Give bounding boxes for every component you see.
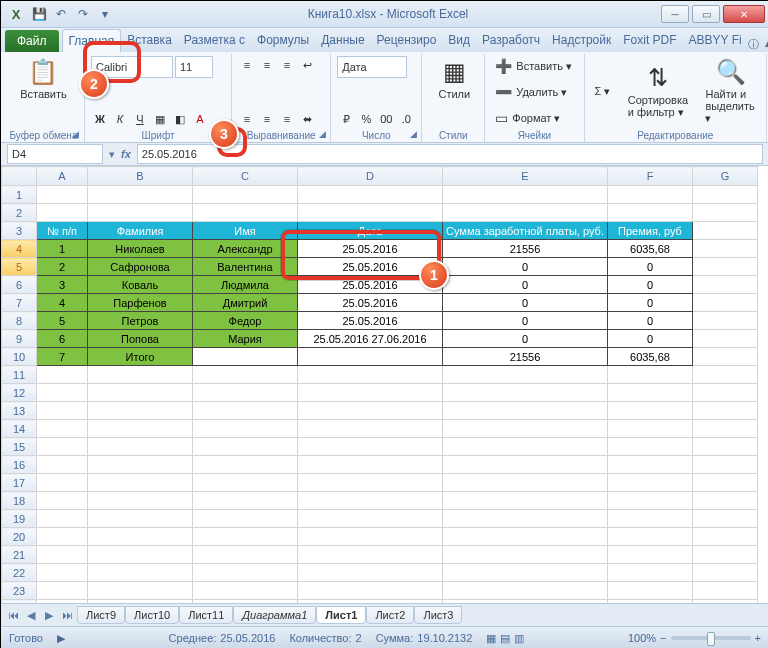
cell[interactable] <box>298 186 443 204</box>
cell[interactable] <box>693 276 758 294</box>
data-cell[interactable]: 5 <box>37 312 88 330</box>
ribbon-tab-3[interactable]: Формулы <box>251 29 315 52</box>
data-cell[interactable] <box>193 348 298 366</box>
cell[interactable] <box>193 456 298 474</box>
cell[interactable] <box>88 204 193 222</box>
cell[interactable] <box>193 366 298 384</box>
cell[interactable] <box>693 312 758 330</box>
align-mid-icon[interactable]: ≡ <box>258 56 276 74</box>
cell[interactable] <box>443 600 608 604</box>
cell[interactable] <box>88 186 193 204</box>
wrap-icon[interactable]: ↩ <box>298 56 316 74</box>
number-format-select[interactable]: Дата <box>337 56 407 78</box>
cell[interactable] <box>298 438 443 456</box>
align-center-icon[interactable]: ≡ <box>258 110 276 128</box>
qat-more-icon[interactable]: ▾ <box>95 4 115 24</box>
cell[interactable] <box>193 186 298 204</box>
styles-button[interactable]: ▦Стили <box>428 56 480 102</box>
worksheet-area[interactable]: ABCDEFG123№ п/пФамилияИмяДатаСумма зараб… <box>1 166 768 603</box>
cell[interactable] <box>298 582 443 600</box>
ribbon-tab-10[interactable]: ABBYY Fi <box>683 29 748 52</box>
cell[interactable] <box>443 438 608 456</box>
data-cell[interactable]: 0 <box>608 294 693 312</box>
row-header[interactable]: 22 <box>2 564 37 582</box>
col-header[interactable]: E <box>443 167 608 186</box>
excel-icon[interactable]: X <box>5 3 27 25</box>
cell[interactable] <box>88 420 193 438</box>
cell[interactable] <box>443 474 608 492</box>
row-header[interactable]: 12 <box>2 384 37 402</box>
undo-icon[interactable]: ↶ <box>51 4 71 24</box>
cell[interactable] <box>193 600 298 604</box>
cell[interactable] <box>693 258 758 276</box>
cell[interactable] <box>37 366 88 384</box>
find-select-button[interactable]: 🔍Найти и выделить ▾ <box>701 56 760 127</box>
cell[interactable] <box>693 330 758 348</box>
cell[interactable] <box>193 402 298 420</box>
cell[interactable] <box>37 186 88 204</box>
row-header[interactable]: 19 <box>2 510 37 528</box>
data-cell[interactable]: 3 <box>37 276 88 294</box>
inc-decimal-icon[interactable]: .0 <box>397 110 415 128</box>
cell[interactable] <box>37 384 88 402</box>
data-cell[interactable]: 25.05.2016 <box>298 312 443 330</box>
data-cell[interactable]: Мария <box>193 330 298 348</box>
italic-button[interactable]: К <box>111 110 129 128</box>
align-top-icon[interactable]: ≡ <box>238 56 256 74</box>
row-header[interactable]: 17 <box>2 474 37 492</box>
cell[interactable] <box>443 456 608 474</box>
data-cell[interactable]: 0 <box>443 258 608 276</box>
row-header[interactable]: 24 <box>2 600 37 604</box>
cell[interactable] <box>298 420 443 438</box>
data-cell[interactable]: Николаев <box>88 240 193 258</box>
clipboard-dialog-launcher[interactable]: ◢ <box>70 128 82 140</box>
data-cell[interactable]: 21556 <box>443 240 608 258</box>
cell[interactable] <box>298 456 443 474</box>
cell[interactable] <box>693 294 758 312</box>
cell[interactable] <box>693 240 758 258</box>
data-cell[interactable]: Парфенов <box>88 294 193 312</box>
cell[interactable] <box>693 474 758 492</box>
cell[interactable] <box>193 528 298 546</box>
col-header[interactable]: C <box>193 167 298 186</box>
close-button[interactable]: ✕ <box>723 5 765 23</box>
header-cell[interactable]: Премия, руб <box>608 222 693 240</box>
row-header[interactable]: 7 <box>2 294 37 312</box>
cell[interactable] <box>193 204 298 222</box>
cell[interactable] <box>693 222 758 240</box>
maximize-button[interactable]: ▭ <box>692 5 720 23</box>
row-header[interactable]: 13 <box>2 402 37 420</box>
row-header[interactable]: 15 <box>2 438 37 456</box>
view-layout-icon[interactable]: ▤ <box>500 632 510 645</box>
sheet-tab[interactable]: Лист9 <box>77 606 125 624</box>
cell[interactable] <box>37 546 88 564</box>
ribbon-tab-0[interactable]: Главная <box>62 29 122 52</box>
cell[interactable] <box>298 366 443 384</box>
cell[interactable] <box>608 438 693 456</box>
cell[interactable] <box>443 564 608 582</box>
data-cell[interactable]: 0 <box>443 294 608 312</box>
cell[interactable] <box>37 402 88 420</box>
row-header[interactable]: 20 <box>2 528 37 546</box>
row-header[interactable]: 2 <box>2 204 37 222</box>
cell[interactable] <box>443 492 608 510</box>
fill-color-button[interactable]: ◧ <box>171 110 189 128</box>
cell[interactable] <box>37 456 88 474</box>
percent-icon[interactable]: % <box>357 110 375 128</box>
cell[interactable] <box>608 510 693 528</box>
data-cell[interactable]: Итого <box>88 348 193 366</box>
row-header[interactable]: 21 <box>2 546 37 564</box>
cell[interactable] <box>88 474 193 492</box>
col-header[interactable]: D <box>298 167 443 186</box>
cell[interactable] <box>88 456 193 474</box>
col-header[interactable]: G <box>693 167 758 186</box>
row-header[interactable]: 11 <box>2 366 37 384</box>
data-cell[interactable]: Дмитрий <box>193 294 298 312</box>
cell[interactable] <box>88 384 193 402</box>
cell[interactable] <box>193 582 298 600</box>
autosum-button[interactable]: Σ ▾ <box>591 83 615 100</box>
data-cell[interactable]: 6035,68 <box>608 348 693 366</box>
cell[interactable] <box>608 600 693 604</box>
cell[interactable] <box>37 492 88 510</box>
cell[interactable] <box>193 420 298 438</box>
